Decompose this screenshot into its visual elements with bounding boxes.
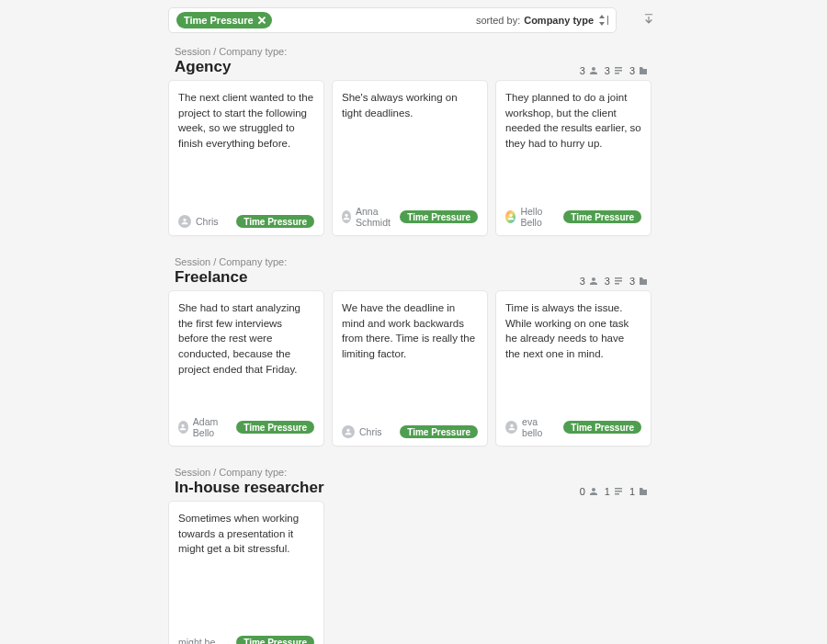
cards-grid: She had to start analyzing the first few… <box>167 290 652 446</box>
close-icon[interactable] <box>257 16 266 25</box>
note-footer: might be stressfulTime Pressure <box>178 636 314 644</box>
person-icon <box>588 276 599 287</box>
stat-participants: 3 <box>580 276 599 287</box>
stat-participants: 0 <box>580 486 599 497</box>
note-author: Chris <box>342 425 382 438</box>
note-footer: ChrisTime Pressure <box>178 215 314 228</box>
download-button[interactable] <box>641 12 656 27</box>
note-text: We have the deadline in mind and work ba… <box>342 300 478 362</box>
stat-participants: 3 <box>580 65 599 76</box>
note-author: Anna Schmidt <box>342 206 394 228</box>
author-name: eva bello <box>522 416 558 438</box>
stat-notes: 3 <box>605 276 624 287</box>
note-footer: Anna SchmidtTime Pressure <box>342 206 478 228</box>
download-icon <box>642 13 655 26</box>
filter-bar: Time Pressure sorted by: Company type <box>168 7 617 33</box>
group-supertitle: Session / Company type: <box>175 46 287 57</box>
group-title: Freelance <box>175 268 287 287</box>
note-text: She's always working on tight deadlines. <box>342 90 478 120</box>
groups-container: Session / Company type:Agency333The next… <box>167 46 652 644</box>
group-stats: 011 <box>580 486 649 497</box>
note-footer: ChrisTime Pressure <box>342 425 478 438</box>
group-stats: 333 <box>580 276 649 287</box>
stat-files: 1 <box>629 486 649 497</box>
person-icon <box>588 486 599 497</box>
tag-pill[interactable]: Time Pressure <box>236 215 314 228</box>
note-author: Chris <box>178 215 219 228</box>
cards-grid: The next client wanted to the project to… <box>167 80 652 236</box>
tag-pill[interactable]: Time Pressure <box>236 636 314 644</box>
author-name: Anna Schmidt <box>356 206 394 228</box>
avatar <box>505 210 515 223</box>
tag-pill[interactable]: Time Pressure <box>563 421 641 434</box>
group-header: Session / Company type:In-house research… <box>167 467 652 501</box>
author-name: Hello Bello <box>520 206 558 228</box>
folder-icon <box>638 65 649 76</box>
author-name: Adam Bello <box>193 416 231 438</box>
sorted-by-value: Company type <box>524 15 594 26</box>
note-author: eva bello <box>505 416 558 438</box>
note-text: The next client wanted to the project to… <box>178 90 314 152</box>
note-footer: eva belloTime Pressure <box>505 416 641 438</box>
group: Session / Company type:In-house research… <box>167 467 652 644</box>
note-text: Sometimes when working towards a present… <box>178 511 314 557</box>
stat-files: 3 <box>629 276 649 287</box>
avatar <box>342 210 351 223</box>
note-text: They planned to do a joint workshop, but… <box>505 90 641 152</box>
tag-pill[interactable]: Time Pressure <box>400 425 478 438</box>
note-footer: Hello BelloTime Pressure <box>505 206 641 228</box>
sort-arrows-icon <box>597 15 608 26</box>
note-text: Time is always the issue. While working … <box>505 300 641 362</box>
note-footer: Adam BelloTime Pressure <box>178 416 314 438</box>
tag-pill[interactable]: Time Pressure <box>236 421 314 434</box>
group-supertitle: Session / Company type: <box>175 467 324 478</box>
notes-icon <box>613 276 624 287</box>
filter-tag-label: Time Pressure <box>184 15 254 26</box>
note-card[interactable]: They planned to do a joint workshop, but… <box>495 80 651 236</box>
avatar <box>505 421 517 434</box>
group-title: Agency <box>175 58 287 76</box>
group-title: In-house researcher <box>175 479 324 497</box>
group: Session / Company type:Agency333The next… <box>167 46 652 236</box>
tag-pill[interactable]: Time Pressure <box>563 210 641 223</box>
note-card[interactable]: We have the deadline in mind and work ba… <box>332 290 488 446</box>
stat-files: 3 <box>629 65 649 76</box>
tag-pill[interactable]: Time Pressure <box>400 210 478 223</box>
note-footnote: might be stressful <box>178 637 231 644</box>
author-name: Chris <box>196 216 219 227</box>
avatar <box>342 425 355 438</box>
note-author: Adam Bello <box>178 416 231 438</box>
stat-notes: 3 <box>605 65 624 76</box>
folder-icon <box>638 276 649 287</box>
note-author: Hello Bello <box>505 206 558 228</box>
filter-tag-chip[interactable]: Time Pressure <box>176 12 272 28</box>
folder-icon <box>638 486 649 497</box>
note-card[interactable]: Sometimes when working towards a present… <box>168 501 324 644</box>
group-header: Session / Company type:Freelance333 <box>167 256 652 290</box>
sorted-by-label: sorted by: <box>476 15 520 26</box>
note-card[interactable]: She had to start analyzing the first few… <box>168 290 324 446</box>
group-supertitle: Session / Company type: <box>175 256 287 267</box>
group: Session / Company type:Freelance333She h… <box>167 256 652 446</box>
avatar <box>178 215 191 228</box>
note-card[interactable]: She's always working on tight deadlines.… <box>332 80 488 236</box>
note-card[interactable]: Time is always the issue. While working … <box>495 290 651 446</box>
sort-control[interactable]: sorted by: Company type <box>476 15 608 26</box>
cards-grid: Sometimes when working towards a present… <box>167 501 652 644</box>
group-stats: 333 <box>580 65 649 76</box>
stat-notes: 1 <box>605 486 624 497</box>
group-header: Session / Company type:Agency333 <box>167 46 652 80</box>
note-card[interactable]: The next client wanted to the project to… <box>168 80 324 236</box>
avatar <box>178 421 188 434</box>
note-text: She had to start analyzing the first few… <box>178 300 314 377</box>
person-icon <box>588 65 599 76</box>
notes-icon <box>613 65 624 76</box>
author-name: Chris <box>359 426 382 437</box>
notes-icon <box>613 486 624 497</box>
